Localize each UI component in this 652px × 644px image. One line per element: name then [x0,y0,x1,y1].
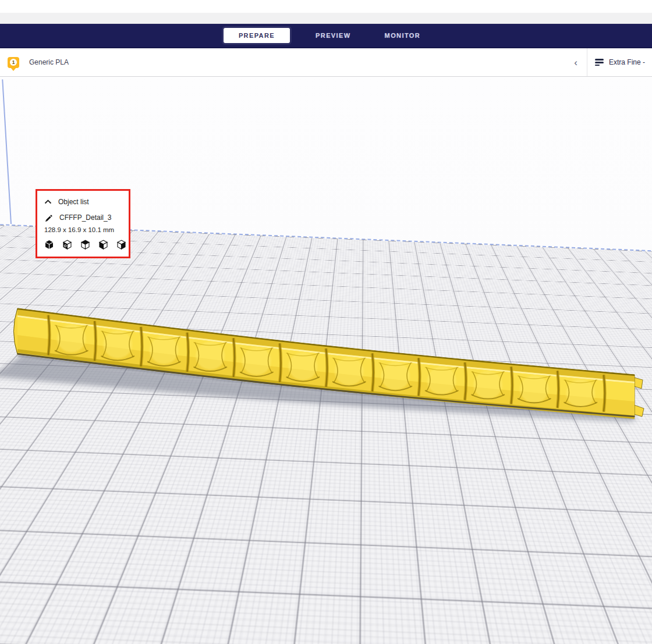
tab-prepare[interactable]: PREPARE [224,28,290,43]
titlebar-spacer [0,0,652,13]
view-left-side-button[interactable] [98,240,108,250]
view-right-side-icon [116,240,126,250]
collapse-panel-chevron-icon[interactable]: ‹ [574,58,577,67]
3d-viewport[interactable]: Object list CFFFP_Detail_3 128.9 x 16.9 … [0,77,652,644]
view-top-icon [80,240,90,250]
object-list-header[interactable]: Object list [37,194,129,209]
extruder-badge-icon: 1 [8,57,19,68]
view-front-button[interactable] [62,240,72,250]
view-front-icon [62,240,72,250]
object-list-panel: Object list CFFFP_Detail_3 128.9 x 16.9 … [36,189,130,258]
view-3d-icon [44,240,54,250]
view-left-side-icon [98,240,108,250]
chevron-up-icon [44,200,52,204]
view-top-button[interactable] [80,240,90,250]
configuration-bar: 1 Generic PLA ‹ Extra Fine - [0,48,652,77]
tab-monitor[interactable]: MONITOR [377,28,429,43]
profile-label: Extra Fine - [609,58,645,66]
object-dimensions: 128.9 x 16.9 x 10.1 mm [37,225,129,236]
object-list-title: Object list [58,198,89,206]
view-right-side-button[interactable] [116,240,126,250]
object-name: CFFFP_Detail_3 [59,214,111,222]
print-profile-selector[interactable]: Extra Fine - [587,48,652,76]
object-list-item[interactable]: CFFFP_Detail_3 [37,209,129,225]
camera-view-buttons [37,236,129,251]
extruder-number: 1 [10,59,17,66]
material-selector[interactable]: 1 Generic PLA [0,48,574,76]
pencil-rename-icon [44,213,53,222]
layer-height-icon [595,59,604,66]
cura-window: PREPARE PREVIEW MONITOR 1 Generic PLA ‹ … [0,0,652,644]
material-label: Generic PLA [29,58,69,66]
view-3d-button[interactable] [44,240,54,250]
stage-bar: PREPARE PREVIEW MONITOR [0,24,652,48]
tab-preview[interactable]: PREVIEW [307,28,359,43]
window-strip [0,13,652,24]
model-3d-beam[interactable] [0,77,652,644]
